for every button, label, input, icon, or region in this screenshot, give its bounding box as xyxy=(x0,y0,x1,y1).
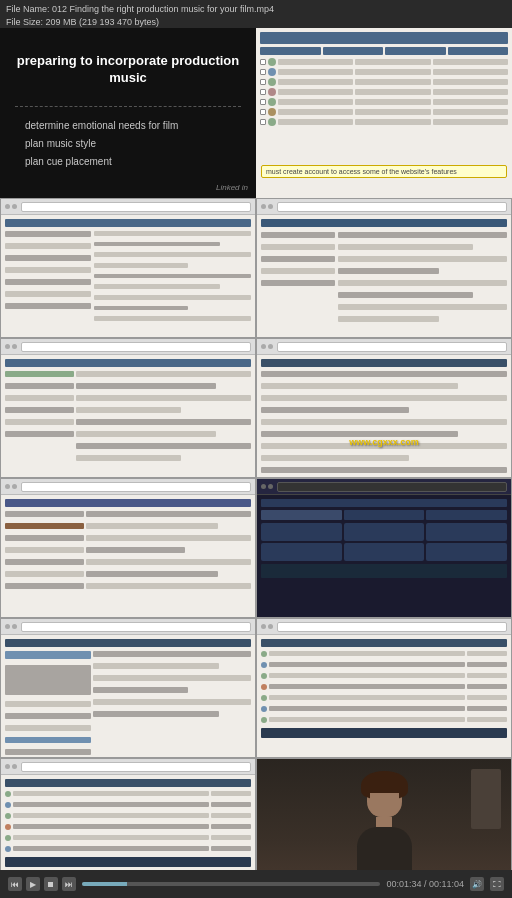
linkedin-badge: Linked in xyxy=(216,183,248,192)
browser-8 xyxy=(257,619,511,757)
sr xyxy=(338,244,473,250)
sr xyxy=(5,559,84,565)
tr xyxy=(261,671,507,680)
stop-button[interactable]: ⏹ xyxy=(44,877,58,891)
sr xyxy=(211,791,251,796)
dot xyxy=(5,344,10,349)
table-content xyxy=(261,649,507,724)
dot xyxy=(12,484,17,489)
sr xyxy=(211,835,251,840)
layout xyxy=(5,509,251,591)
sr xyxy=(76,419,251,425)
browser-bar-7 xyxy=(1,619,255,635)
sr xyxy=(338,316,440,322)
dot xyxy=(261,204,266,209)
content-body xyxy=(5,229,251,323)
browser-content-8 xyxy=(257,635,511,757)
browser-7 xyxy=(1,619,255,757)
cell-1b xyxy=(355,59,430,65)
cell-3a xyxy=(278,79,353,85)
playback-bar[interactable]: ⏮ ▶ ⏹ ⏭ 00:01:34 / 00:11:04 🔊 ⛶ xyxy=(0,870,512,898)
title-slide: preparing to incorporate production musi… xyxy=(0,28,256,198)
layout xyxy=(5,649,251,757)
dot xyxy=(261,695,267,701)
sr xyxy=(86,547,185,553)
screenshots-grid: www.cgxxx.com xyxy=(0,198,512,898)
sim-table-header xyxy=(260,47,508,55)
sr xyxy=(467,684,507,689)
sr xyxy=(269,651,465,656)
cb2 xyxy=(260,69,266,75)
bullet-item-3: plan cue placement xyxy=(25,155,241,169)
sr xyxy=(338,256,507,262)
volume-button[interactable]: 🔊 xyxy=(470,877,484,891)
sr xyxy=(5,535,84,541)
tr xyxy=(5,811,251,820)
dot xyxy=(12,624,17,629)
fullscreen-button[interactable]: ⛶ xyxy=(490,877,504,891)
dropdown xyxy=(5,665,91,695)
sr xyxy=(261,371,507,377)
tr xyxy=(261,693,507,702)
file-size: File Size: 209 MB (219 193 470 bytes) xyxy=(6,17,159,27)
screenshot-cell-4: www.cgxxx.com xyxy=(256,338,512,478)
dot xyxy=(261,706,267,712)
fast-forward-button[interactable]: ⏭ xyxy=(62,877,76,891)
sr xyxy=(13,824,209,829)
rewind-button[interactable]: ⏮ xyxy=(8,877,22,891)
sim-row-4 xyxy=(260,88,508,96)
cb5 xyxy=(260,99,266,105)
cell-6a xyxy=(278,109,353,115)
browser-bar-2 xyxy=(257,199,511,215)
sr xyxy=(5,737,91,743)
dot xyxy=(5,846,11,852)
browser-1 xyxy=(1,199,255,337)
sr xyxy=(338,304,507,310)
dot xyxy=(5,204,10,209)
sr xyxy=(86,559,251,565)
notification-text: must create account to access some of th… xyxy=(266,168,457,175)
play-pause-button[interactable]: ▶ xyxy=(26,877,40,891)
sim-row-5 xyxy=(260,98,508,106)
icon4 xyxy=(268,88,276,96)
sr xyxy=(261,455,409,461)
genre-item xyxy=(261,523,342,541)
person-figure xyxy=(357,779,412,877)
dot xyxy=(5,835,11,841)
address-bar xyxy=(277,342,507,352)
dot xyxy=(261,717,267,723)
sr xyxy=(5,583,84,589)
browser-content-2 xyxy=(257,215,511,337)
icon5 xyxy=(268,98,276,106)
time-current: 00:01:34 xyxy=(386,879,421,889)
sr xyxy=(211,846,251,851)
sim-header-bar xyxy=(260,32,508,44)
player-bar xyxy=(261,564,507,578)
sr xyxy=(261,395,507,401)
sr xyxy=(94,274,251,279)
address-bar xyxy=(21,622,251,632)
browser-3 xyxy=(1,339,255,477)
sim-row-7 xyxy=(260,118,508,126)
browser-bar-3 xyxy=(1,339,255,355)
cell-5a xyxy=(278,99,353,105)
screenshot-cell-3 xyxy=(0,338,256,478)
sr xyxy=(261,383,458,389)
sr xyxy=(5,383,74,389)
sr xyxy=(269,706,465,711)
progress-bar[interactable] xyxy=(82,882,380,886)
sr xyxy=(261,244,335,250)
layout xyxy=(5,369,251,463)
sr xyxy=(269,662,465,667)
main xyxy=(86,509,251,591)
address-bar xyxy=(277,202,507,212)
cell-3c xyxy=(433,79,508,85)
tr xyxy=(5,789,251,798)
dot xyxy=(12,344,17,349)
col-h3 xyxy=(385,47,446,55)
browser-4 xyxy=(257,339,511,477)
browser-6 xyxy=(257,479,511,617)
browser-content-7 xyxy=(1,635,255,757)
dot xyxy=(268,624,273,629)
sr xyxy=(5,279,91,285)
